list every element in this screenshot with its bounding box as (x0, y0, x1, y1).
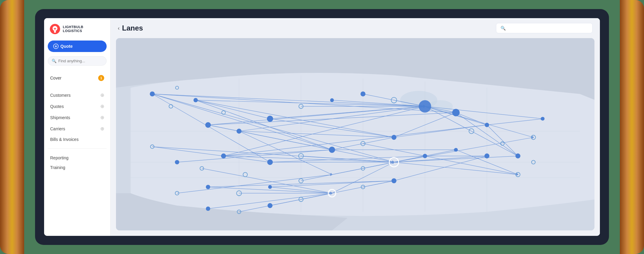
svg-point-97 (485, 123, 489, 127)
plus-icon-shipments: ⊕ (100, 115, 104, 120)
top-search-icon: 🔍 (501, 26, 506, 31)
svg-point-106 (454, 148, 458, 151)
sidebar: LIGHTBULB LOGISTICS + Quote 🔍 Cover 1 (44, 18, 111, 236)
page-title-area: ‹ Lanes (118, 24, 143, 32)
sidebar-item-reporting[interactable]: Reporting (48, 153, 107, 163)
cover-badge: 1 (98, 75, 104, 81)
svg-point-100 (175, 160, 179, 164)
plus-icon-customers: ⊕ (100, 92, 104, 98)
sidebar-divider (48, 148, 107, 149)
svg-point-101 (221, 154, 226, 158)
top-search-box[interactable]: 🔍 (496, 23, 593, 33)
svg-point-99 (541, 117, 544, 121)
svg-point-93 (267, 116, 273, 122)
svg-point-92 (237, 129, 241, 134)
sidebar-search-box[interactable]: 🔍 (48, 56, 107, 66)
svg-point-86 (419, 100, 431, 112)
sidebar-search-input[interactable] (58, 59, 103, 63)
sidebar-item-quotes[interactable]: Quotes ⊕ (48, 101, 107, 112)
logo-icon (50, 24, 60, 34)
sidebar-item-carriers[interactable]: Carriers ⊕ (48, 123, 107, 134)
map-container (116, 38, 594, 230)
sidebar-nav: Customers ⊕ Quotes ⊕ Shipments ⊕ Carrier… (48, 90, 107, 144)
svg-point-91 (205, 122, 211, 128)
sidebar-item-cover[interactable]: Cover 1 (48, 73, 107, 83)
svg-point-110 (391, 178, 396, 183)
plus-icon-carriers: ⊕ (100, 126, 104, 132)
back-arrow-button[interactable]: ‹ (118, 25, 120, 31)
svg-point-111 (206, 207, 210, 211)
sidebar-item-shipments[interactable]: Shipments ⊕ (48, 112, 107, 123)
quote-button[interactable]: + Quote (48, 41, 107, 52)
page-title: Lanes (122, 24, 143, 32)
svg-point-94 (330, 98, 334, 102)
quote-button-label: Quote (60, 44, 72, 49)
plus-icon-quotes: ⊕ (100, 103, 104, 109)
sidebar-cover-section: Cover 1 (48, 73, 107, 84)
main-content: ‹ Lanes 🔍 (111, 18, 600, 236)
cover-label: Cover (50, 76, 61, 80)
svg-point-90 (194, 98, 198, 102)
top-search-input[interactable] (508, 26, 588, 31)
lanes-map (116, 38, 594, 230)
svg-rect-1 (54, 32, 56, 33)
svg-point-89 (150, 91, 155, 96)
svg-point-112 (268, 203, 272, 208)
svg-point-109 (268, 185, 272, 189)
logo-text: LIGHTBULB LOGISTICS (63, 25, 83, 33)
logo-area: LIGHTBULB LOGISTICS (48, 24, 107, 34)
svg-point-98 (515, 154, 520, 158)
svg-point-96 (452, 109, 460, 116)
sidebar-item-training[interactable]: Training (48, 163, 107, 172)
sidebar-item-customers[interactable]: Customers ⊕ (48, 90, 107, 100)
svg-point-103 (329, 147, 335, 153)
search-icon: 🔍 (52, 59, 56, 63)
svg-point-105 (423, 154, 427, 158)
svg-point-95 (360, 91, 365, 96)
svg-point-102 (267, 159, 273, 165)
svg-point-108 (206, 185, 210, 189)
sidebar-item-bills-invoices[interactable]: Bills & Invoices (48, 135, 107, 144)
svg-point-107 (485, 154, 489, 158)
plus-circle-icon: + (53, 44, 59, 49)
svg-point-104 (391, 135, 396, 140)
top-bar: ‹ Lanes 🔍 (111, 18, 600, 38)
